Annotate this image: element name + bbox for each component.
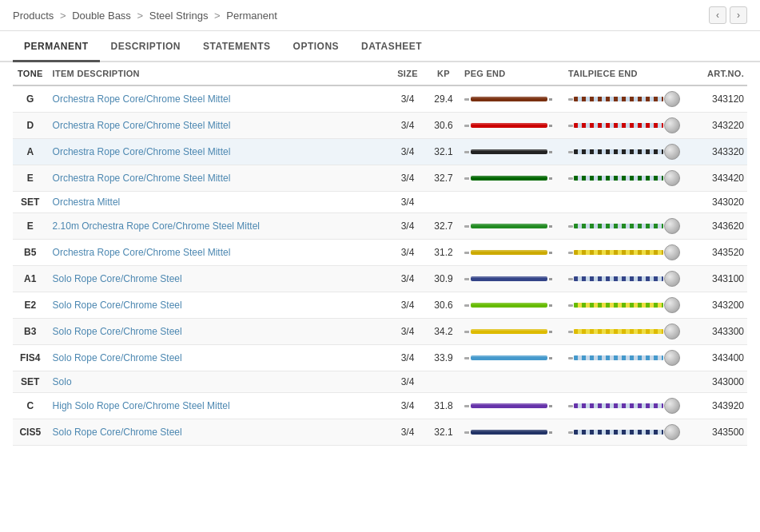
table-row: FIS4 Solo Rope Core/Chrome Steel 3/4 33.…: [13, 345, 747, 371]
tab-description[interactable]: Description: [100, 33, 193, 62]
cell-peg-end: [460, 419, 563, 446]
cell-kp: 34.2: [428, 319, 460, 345]
products-table-container: TONE ITEM DESCRIPTION SIZE kp PEG END TA…: [0, 62, 760, 459]
cell-description: Orchestra Rope Core/Chrome Steel Mittel: [48, 113, 388, 139]
breadcrumb: Products > Double Bass > Steel Strings >…: [13, 10, 277, 22]
cell-peg-end: [460, 345, 563, 371]
cell-kp: 31.2: [428, 240, 460, 266]
cell-peg-end: [460, 240, 563, 266]
cell-tailpiece-end: [563, 240, 691, 266]
breadcrumb-sep-1: >: [60, 10, 69, 22]
cell-size: 3/4: [388, 345, 428, 371]
table-row: A1 Solo Rope Core/Chrome Steel 3/4 30.9 …: [13, 266, 747, 292]
cell-description: Orchestra Rope Core/Chrome Steel Mittel: [48, 165, 388, 192]
cell-tailpiece-end: [563, 85, 691, 113]
cell-kp: 30.6: [428, 113, 460, 139]
table-row: B3 Solo Rope Core/Chrome Steel 3/4 34.2 …: [13, 319, 747, 345]
cell-size: 3/4: [388, 393, 428, 419]
cell-size: 3/4: [388, 240, 428, 266]
cell-artno: 343120: [691, 85, 747, 113]
cell-artno: 343300: [691, 319, 747, 345]
cell-artno: 343100: [691, 266, 747, 292]
cell-description: Solo Rope Core/Chrome Steel: [48, 419, 388, 446]
cell-tone: E2: [13, 292, 48, 319]
cell-tone: SET: [13, 192, 48, 213]
prev-button[interactable]: ‹: [709, 6, 726, 24]
breadcrumb-sep-2: >: [137, 10, 146, 22]
col-kp: kp: [428, 62, 460, 85]
cell-peg-end: [460, 393, 563, 419]
cell-description: Solo Rope Core/Chrome Steel: [48, 266, 388, 292]
cell-artno: 343620: [691, 213, 747, 240]
cell-peg-end: [460, 113, 563, 139]
cell-kp: 29.4: [428, 85, 460, 113]
cell-artno: 343500: [691, 419, 747, 446]
breadcrumb-current: Permanent: [226, 10, 277, 22]
table-row: D Orchestra Rope Core/Chrome Steel Mitte…: [13, 113, 747, 139]
cell-tailpiece-end: [563, 139, 691, 165]
table-row: E 2.10m Orchestra Rope Core/Chrome Steel…: [13, 213, 747, 240]
cell-artno: 343420: [691, 165, 747, 192]
tabs-bar: Permanent Description Statements Options…: [0, 33, 760, 62]
cell-description: Solo Rope Core/Chrome Steel: [48, 292, 388, 319]
breadcrumb-steelstrings[interactable]: Steel Strings: [149, 10, 209, 22]
cell-tone: E: [13, 213, 48, 240]
cell-tailpiece-end: [563, 319, 691, 345]
cell-size: 3/4: [388, 113, 428, 139]
breadcrumb-products[interactable]: Products: [13, 10, 54, 22]
cell-kp: 32.7: [428, 213, 460, 240]
cell-peg-end: [460, 319, 563, 345]
table-row: A Orchestra Rope Core/Chrome Steel Mitte…: [13, 139, 747, 165]
cell-peg-end: [460, 266, 563, 292]
cell-description: Orchestra Rope Core/Chrome Steel Mittel: [48, 139, 388, 165]
cell-tone: A: [13, 139, 48, 165]
cell-artno: 343520: [691, 240, 747, 266]
next-button[interactable]: ›: [730, 6, 747, 24]
cell-tailpiece-end: [563, 371, 691, 393]
cell-tone: CIS5: [13, 419, 48, 446]
cell-tailpiece-end: [563, 266, 691, 292]
cell-kp: 33.9: [428, 345, 460, 371]
cell-artno: 343320: [691, 139, 747, 165]
cell-size: 3/4: [388, 139, 428, 165]
col-tone: TONE: [13, 62, 48, 85]
cell-description: High Solo Rope Core/Chrome Steel Mittel: [48, 393, 388, 419]
cell-tailpiece-end: [563, 345, 691, 371]
cell-description: 2.10m Orchestra Rope Core/Chrome Steel M…: [48, 213, 388, 240]
cell-size: 3/4: [388, 292, 428, 319]
cell-artno: 343220: [691, 113, 747, 139]
cell-description: Orchestra Rope Core/Chrome Steel Mittel: [48, 85, 388, 113]
cell-peg-end: [460, 371, 563, 393]
products-table: TONE ITEM DESCRIPTION SIZE kp PEG END TA…: [13, 62, 747, 446]
cell-size: 3/4: [388, 419, 428, 446]
tab-datasheet[interactable]: Datasheet: [350, 33, 433, 62]
cell-tone: C: [13, 393, 48, 419]
cell-tone: G: [13, 85, 48, 113]
cell-kp: 32.1: [428, 419, 460, 446]
cell-peg-end: [460, 85, 563, 113]
table-header-row: TONE ITEM DESCRIPTION SIZE kp PEG END TA…: [13, 62, 747, 85]
breadcrumb-sep-3: >: [214, 10, 223, 22]
cell-size: 3/4: [388, 85, 428, 113]
cell-artno: 343400: [691, 345, 747, 371]
breadcrumb-bar: Products > Double Bass > Steel Strings >…: [0, 0, 760, 31]
cell-kp: 31.8: [428, 393, 460, 419]
tab-options[interactable]: Options: [282, 33, 351, 62]
cell-kp: [428, 192, 460, 213]
tab-statements[interactable]: Statements: [192, 33, 282, 62]
cell-artno: 343000: [691, 371, 747, 393]
cell-tailpiece-end: [563, 419, 691, 446]
cell-peg-end: [460, 213, 563, 240]
cell-description: Orchestra Mittel: [48, 192, 388, 213]
cell-tailpiece-end: [563, 165, 691, 192]
cell-description: Solo Rope Core/Chrome Steel: [48, 319, 388, 345]
col-peg-end: PEG END: [460, 62, 563, 85]
cell-tailpiece-end: [563, 113, 691, 139]
cell-artno: 343020: [691, 192, 747, 213]
cell-size: 3/4: [388, 192, 428, 213]
breadcrumb-doublebass[interactable]: Double Bass: [72, 10, 131, 22]
cell-tone: A1: [13, 266, 48, 292]
cell-tone: SET: [13, 371, 48, 393]
tab-permanent[interactable]: Permanent: [13, 33, 100, 62]
table-row: B5 Orchestra Rope Core/Chrome Steel Mitt…: [13, 240, 747, 266]
